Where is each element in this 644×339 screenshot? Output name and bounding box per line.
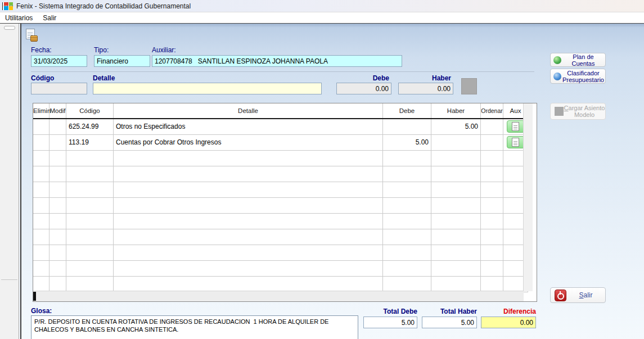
grid-cell-detalle[interactable] [114,197,383,213]
grid-cell-debe[interactable] [383,229,431,245]
grid-row[interactable] [33,213,528,229]
grid-cell-detalle[interactable] [114,150,383,166]
grid-cell-detalle[interactable] [114,229,383,245]
grid-cell-ordenar[interactable] [481,276,503,292]
grid-cell-haber[interactable] [431,260,481,276]
plan-de-cuentas-button[interactable]: Plan de Cuentas [550,53,606,67]
grid-cell-haber[interactable] [431,182,481,197]
grid-cell-codigo[interactable] [66,197,114,213]
grid-cell-ordenar[interactable] [481,245,503,260]
grid-row[interactable] [33,229,528,245]
vertical-scrollbar[interactable] [523,103,533,291]
grid-cell-elimin[interactable] [33,213,49,229]
grid-cell-detalle[interactable] [114,213,383,229]
grid-cell-ordenar[interactable] [481,182,503,197]
grid-cell-ordenar[interactable] [481,134,503,150]
grid-cell-codigo[interactable] [66,166,114,182]
panel-grip-handle[interactable] [4,26,15,30]
cargar-asiento-modelo-button[interactable]: Cargar Asiento Modelo [550,103,606,120]
tipo-input[interactable] [94,55,150,67]
grid-cell-elimin[interactable] [33,134,49,150]
grid-cell-codigo[interactable]: 113.19 [66,134,114,150]
grid-cell-haber[interactable] [431,276,481,292]
grid-cell-codigo[interactable] [66,182,114,197]
grid-cell-modif[interactable] [49,197,66,213]
grid-cell-ordenar[interactable] [481,229,503,245]
auxiliar-input[interactable] [152,55,402,67]
grid-cell-ordenar[interactable] [481,166,503,182]
grid-cell-codigo[interactable]: 625.24.99 [66,119,114,134]
grid-cell-detalle[interactable] [114,260,383,276]
grid-cell-modif[interactable] [49,213,66,229]
debe-entry-input[interactable] [336,83,391,94]
grid-cell-elimin[interactable] [33,166,49,182]
menu-utilitarios[interactable]: Utilitarios [0,13,38,23]
grid-cell-modif[interactable] [49,229,66,245]
grid-cell-elimin[interactable] [33,182,49,197]
grid-cell-debe[interactable] [383,119,431,134]
grid-row[interactable] [33,150,528,166]
grid-cell-detalle[interactable] [114,245,383,260]
grid-cell-codigo[interactable] [66,213,114,229]
voucher-toolbar-icon[interactable] [26,29,37,41]
grid-cell-codigo[interactable] [66,229,114,245]
grid-cell-haber[interactable] [431,213,481,229]
grid-cell-codigo[interactable] [66,245,114,260]
grid-cell-elimin[interactable] [33,276,49,292]
add-row-button[interactable] [461,78,477,94]
grid-cell-detalle[interactable] [114,276,383,292]
haber-entry-input[interactable] [398,83,453,94]
grid-cell-debe[interactable] [383,166,431,182]
grid-cell-debe[interactable] [383,245,431,260]
grid-cell-haber[interactable] [431,229,481,245]
grid-cell-debe[interactable]: 5.00 [383,134,431,150]
grid-row[interactable] [33,182,528,197]
grid-cell-haber[interactable] [431,134,481,150]
grid-cell-debe[interactable] [383,150,431,166]
grid-cell-elimin[interactable] [33,229,49,245]
grid-cell-debe[interactable] [383,197,431,213]
grid-cell-haber[interactable] [431,245,481,260]
grid-cell-ordenar[interactable] [481,213,503,229]
grid-cell-codigo[interactable] [66,150,114,166]
grid-row[interactable] [33,197,528,213]
grid-cell-detalle[interactable] [114,182,383,197]
grid-cell-debe[interactable] [383,213,431,229]
grid-cell-elimin[interactable] [33,150,49,166]
grid-cell-debe[interactable] [383,276,431,292]
grid-cell-debe[interactable] [383,260,431,276]
horizontal-scrollbar[interactable] [33,291,524,301]
aux-button[interactable] [507,120,525,133]
grid-cell-haber[interactable] [431,197,481,213]
codigo-entry-input[interactable] [31,83,87,94]
grid-cell-elimin[interactable] [33,245,49,260]
grid-cell-modif[interactable] [49,166,66,182]
scrollbar-thumb[interactable] [33,292,36,301]
grid-cell-elimin[interactable] [33,260,49,276]
grid-cell-elimin[interactable] [33,119,49,134]
glosa-textarea[interactable]: P/R. DEPOSITO EN CUENTA ROTATIVA DE INGR… [31,315,358,339]
grid-cell-detalle[interactable] [114,166,383,182]
grid-cell-ordenar[interactable] [481,119,503,134]
grid-cell-elimin[interactable] [33,197,49,213]
aux-button[interactable] [507,136,525,148]
grid-row[interactable]: 625.24.99Otros no Especificados5.00 [33,119,528,134]
grid-cell-haber[interactable]: 5.00 [431,119,481,134]
grid-cell-codigo[interactable] [66,260,114,276]
grid-cell-debe[interactable] [383,182,431,197]
grid-cell-codigo[interactable] [66,276,114,292]
grid-cell-modif[interactable] [49,245,66,260]
grid-row[interactable] [33,260,528,276]
grid-row[interactable]: 113.19Cuentas por Cobrar Otros Ingresos5… [33,134,528,150]
grid-cell-haber[interactable] [431,166,481,182]
salir-button[interactable]: Salir [550,287,606,303]
menu-salir[interactable]: Salir [38,13,61,23]
grid-cell-modif[interactable] [49,119,66,134]
clasificador-presupuestario-button[interactable]: Clasificador Presupuestario [550,69,606,84]
grid-cell-haber[interactable] [431,150,481,166]
grid-row[interactable] [33,245,528,260]
grid-cell-ordenar[interactable] [481,197,503,213]
grid-cell-ordenar[interactable] [481,150,503,166]
grid-cell-modif[interactable] [49,276,66,292]
grid-row[interactable] [33,166,528,182]
